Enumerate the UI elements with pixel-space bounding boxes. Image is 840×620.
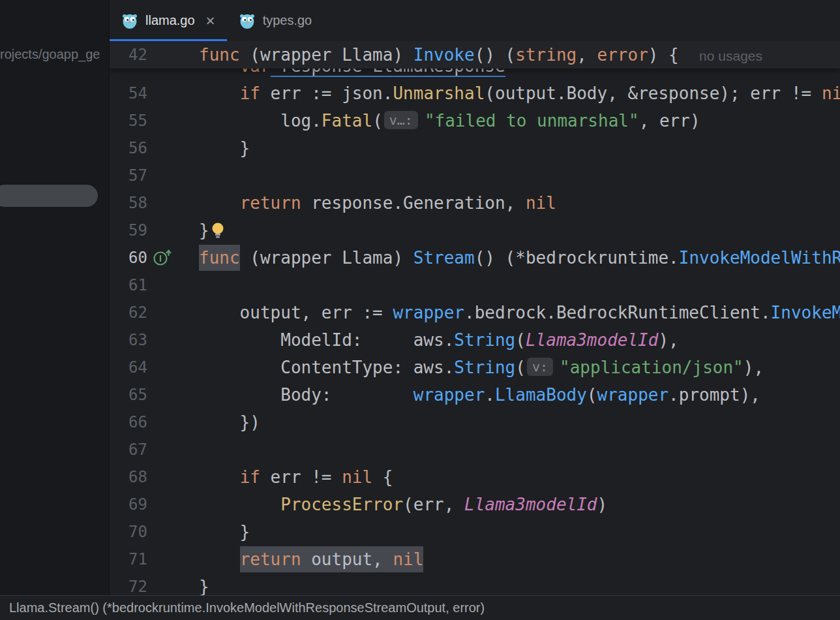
code-token: nil <box>342 467 372 487</box>
code-line-62[interactable]: 62 output, err := wrapper.bedrock.Bedroc… <box>110 299 840 326</box>
code-token: log. <box>199 111 322 131</box>
code-token: response.Generation, <box>301 193 526 213</box>
code-token: (output.Body, &response); err != <box>485 84 822 103</box>
gutter <box>147 217 199 244</box>
tab-types.go[interactable]: types.go <box>227 0 324 41</box>
code-line-42[interactable]: 42func (wrapper Llama) Invoke() (string,… <box>110 41 840 69</box>
code-token: err != <box>260 467 342 487</box>
code-line-59[interactable]: 59} <box>110 217 840 244</box>
code-token: }) <box>199 412 260 432</box>
editor-column: llama.go×types.go 42func (wrapper Llama)… <box>110 0 840 595</box>
code-token: ModelId: aws. <box>199 330 454 350</box>
code-line-69[interactable]: 69 ProcessError(err, Llama3modelId) <box>110 491 840 518</box>
code-token: nil <box>393 546 423 572</box>
code-token: String <box>454 358 515 377</box>
code-token: wrapper <box>413 385 485 405</box>
inlay-hint[interactable]: v…: <box>384 111 418 129</box>
editor[interactable]: 42func (wrapper Llama) Invoke() (string,… <box>110 41 840 595</box>
go-gopher-icon <box>239 12 256 29</box>
inlay-hint[interactable]: v: <box>527 358 553 376</box>
code-token <box>199 495 280 514</box>
code-text: var response LlamaResponse <box>199 69 505 80</box>
code-line-57[interactable]: 57 <box>110 162 840 189</box>
code-line-63[interactable]: 63 ModelId: aws.String(Llama3modelId), <box>110 326 840 354</box>
code-token: . <box>485 385 495 405</box>
tab-llama.go[interactable]: llama.go× <box>110 0 227 41</box>
line-number: 60 <box>110 244 147 271</box>
code-token: return <box>240 546 301 572</box>
code-token: () (*bedrockruntime. <box>475 248 679 268</box>
context-info: Llama.Stream() (*bedrockruntime.InvokeMo… <box>9 600 485 615</box>
code-token: no usages <box>699 48 762 63</box>
gutter <box>147 381 199 409</box>
code-line-68[interactable]: 68 if err != nil { <box>110 463 840 491</box>
code-text: func (wrapper Llama) Stream() (*bedrockr… <box>199 244 840 271</box>
code-line-65[interactable]: 65 Body: wrapper.LlamaBody(wrapper.promp… <box>110 381 840 409</box>
code-token: Invoke <box>413 45 475 65</box>
code-token: .bedrock.BedrockRuntimeClient. <box>464 303 771 322</box>
code-text: return response.Generation, nil <box>199 189 556 217</box>
code-line-55[interactable]: 55 log.Fatal(v…:"failed to unmarshal", e… <box>110 107 840 134</box>
code-token: if <box>240 467 260 487</box>
gutter <box>147 189 199 217</box>
line-number: 67 <box>110 436 147 463</box>
code-token <box>199 467 240 487</box>
code-token: ) { <box>648 45 699 65</box>
code-token: wrapper <box>393 303 464 322</box>
code-token: ( <box>515 358 526 377</box>
code-token <box>199 69 240 76</box>
gutter <box>147 107 199 134</box>
line-number: 59 <box>110 217 147 244</box>
line-number: 56 <box>110 134 147 162</box>
code-token: InvokeModelWithResponseStream <box>771 303 840 322</box>
code-line-64[interactable]: 64 ContentType: aws.String(v:"applicatio… <box>110 354 840 381</box>
line-number: 58 <box>110 189 147 217</box>
code-token: , <box>577 45 597 65</box>
code-line-71[interactable]: 71 return output, nil <box>110 546 840 573</box>
code-line-56[interactable]: 56 } <box>110 134 840 162</box>
line-number: 65 <box>110 381 147 409</box>
gutter <box>147 354 199 381</box>
gutter <box>147 162 199 189</box>
gutter <box>147 244 199 271</box>
code-token: "application/json" <box>560 358 743 377</box>
code-token: (err, <box>403 495 464 514</box>
code-token <box>199 193 240 213</box>
code-token: } <box>199 138 250 158</box>
code-line-58[interactable]: 58 return response.Generation, nil <box>110 189 840 217</box>
gutter <box>147 41 199 69</box>
line-number: 42 <box>110 41 147 69</box>
code-line-61[interactable]: 61 <box>110 271 840 299</box>
code-token: ), <box>658 330 678 350</box>
code-token: Body: <box>199 385 413 405</box>
line-number: 57 <box>110 162 147 189</box>
code-text: ModelId: aws.String(Llama3modelId), <box>199 326 679 354</box>
gutter <box>147 271 199 299</box>
code-token: error <box>597 45 648 65</box>
project-panel[interactable]: rojects/goapp_ge <box>0 0 110 595</box>
code-line-hidden[interactable]: var response LlamaResponse <box>110 69 840 80</box>
gutter <box>147 463 199 491</box>
code-line-72[interactable]: 72} <box>110 573 840 595</box>
code-line-60[interactable]: 60func (wrapper Llama) Stream() (*bedroc… <box>110 244 840 271</box>
gutter <box>147 491 199 518</box>
code-line-70[interactable]: 70 } <box>110 518 840 546</box>
code-token: Llama3modelId <box>464 495 597 514</box>
gutter <box>147 573 199 595</box>
line-number: 64 <box>110 354 147 381</box>
code-token <box>199 84 240 103</box>
code-token: } <box>199 577 209 595</box>
tab-close-icon[interactable]: × <box>206 13 215 29</box>
line-number: 68 <box>110 463 147 491</box>
code-text: Body: wrapper.LlamaBody(wrapper.prompt), <box>199 381 760 409</box>
line-number: 72 <box>110 573 147 595</box>
project-tree-highlight[interactable] <box>0 185 98 207</box>
code-line-67[interactable]: 67 <box>110 436 840 463</box>
code-line-54[interactable]: 54 if err := json.Unmarshal(output.Body,… <box>110 80 840 107</box>
gutter <box>147 518 199 546</box>
code-token: (wrapper Llama) <box>240 248 413 268</box>
code-token: output, <box>301 546 393 572</box>
code-line-66[interactable]: 66 }) <box>110 409 840 436</box>
implements-icon[interactable] <box>153 248 172 268</box>
intention-bulb-icon[interactable] <box>211 222 225 240</box>
